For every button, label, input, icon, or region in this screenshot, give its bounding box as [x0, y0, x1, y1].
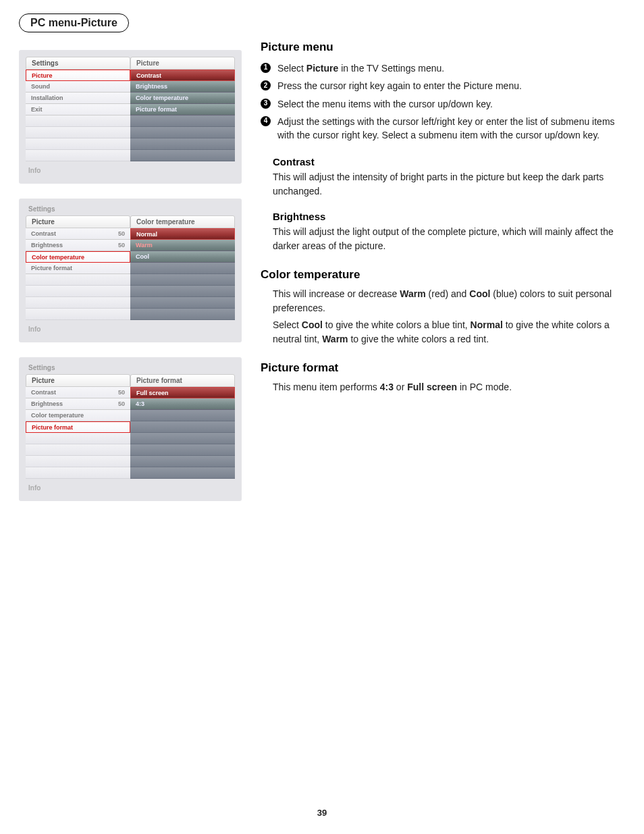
osd-empty-row: [26, 309, 130, 320]
osd-empty-row: [26, 115, 130, 127]
heading-color-temperature: Color temperature: [261, 268, 625, 282]
osd-empty-row: [130, 286, 235, 297]
osd-menu-item[interactable]: Sound: [26, 81, 130, 93]
heading-picture-format: Picture format: [261, 361, 625, 375]
osd-menu-item[interactable]: Brightness50: [26, 398, 130, 410]
osd-info-label: Info: [28, 484, 235, 492]
osd-submenu-item[interactable]: Full screen: [130, 387, 235, 398]
osd-screenshot-3: SettingsPictureContrast50Brightness50Col…: [19, 357, 242, 501]
osd-empty-row: [130, 467, 235, 479]
text-color-temp-1: This will increase or decrease Warm (red…: [273, 287, 625, 315]
osd-submenu-item[interactable]: Warm: [130, 240, 235, 251]
heading-brightness: Brightness: [273, 211, 625, 222]
osd-empty-row: [130, 309, 235, 320]
osd-right-header: Picture: [130, 57, 235, 70]
section-title-box: PC menu-Picture: [19, 14, 129, 32]
osd-empty-row: [130, 274, 235, 286]
osd-info-label: Info: [28, 325, 235, 333]
osd-screenshot-1: SettingsPictureSoundInstallationExitPict…: [19, 50, 242, 184]
step-item: 4Adjust the settings with the cursor lef…: [261, 113, 625, 145]
osd-empty-row: [130, 456, 235, 467]
osd-left-header: Settings: [26, 57, 130, 70]
osd-menu-item[interactable]: Picture format: [26, 263, 130, 274]
osd-empty-row: [26, 138, 130, 150]
osd-empty-row: [26, 297, 130, 309]
osd-empty-row: [26, 127, 130, 138]
osd-empty-row: [26, 433, 130, 444]
step-number-icon: 4: [261, 116, 271, 126]
osd-empty-row: [130, 421, 235, 433]
osd-top-label: Settings: [28, 205, 235, 213]
osd-right-header: Picture format: [130, 374, 235, 387]
osd-empty-row: [130, 263, 235, 274]
text-color-temp-2: Select Cool to give the white colors a b…: [273, 318, 625, 346]
osd-empty-row: [26, 444, 130, 456]
text-brightness: This will adjust the light output of the…: [273, 225, 625, 253]
right-column: Picture menu 1Select Picture in the TV S…: [261, 14, 625, 516]
osd-right-header: Color temperature: [130, 215, 235, 228]
left-column: PC menu-Picture SettingsPictureSoundInst…: [19, 14, 242, 516]
osd-empty-row: [130, 127, 235, 138]
osd-submenu-item[interactable]: Brightness: [130, 81, 235, 93]
osd-menu-item[interactable]: Exit: [26, 104, 130, 115]
osd-menu-item[interactable]: Installation: [26, 93, 130, 104]
osd-submenu-item[interactable]: Color temperature: [130, 93, 235, 104]
osd-submenu-item[interactable]: Normal: [130, 228, 235, 240]
step-number-icon: 2: [261, 80, 271, 90]
osd-empty-row: [130, 138, 235, 150]
osd-info-label: Info: [28, 167, 235, 174]
osd-empty-row: [130, 150, 235, 161]
step-item: 1Select Picture in the TV Settings menu.: [261, 59, 625, 77]
text-picture-format: This menu item performs 4:3 or Full scre…: [273, 380, 625, 394]
osd-empty-row: [130, 433, 235, 444]
osd-menu-item[interactable]: Color temperature: [26, 410, 130, 421]
heading-contrast: Contrast: [273, 156, 625, 167]
osd-screenshot-2: SettingsPictureContrast50Brightness50Col…: [19, 199, 242, 342]
step-item: 3Select the menu items with the cursor u…: [261, 95, 625, 113]
osd-empty-row: [26, 286, 130, 297]
osd-top-label: Settings: [28, 364, 235, 371]
picture-menu-steps: 1Select Picture in the TV Settings menu.…: [261, 59, 625, 144]
osd-empty-row: [130, 410, 235, 421]
osd-empty-row: [26, 456, 130, 467]
osd-empty-row: [26, 467, 130, 479]
osd-menu-item[interactable]: Brightness50: [26, 240, 130, 251]
osd-menu-item[interactable]: Contrast50: [26, 228, 130, 240]
osd-empty-row: [26, 150, 130, 161]
text-contrast: This will adjust the intensity of bright…: [273, 170, 625, 199]
heading-picture-menu: Picture menu: [261, 41, 625, 54]
osd-submenu-item[interactable]: Cool: [130, 251, 235, 263]
osd-menu-item[interactable]: Color temperature: [26, 251, 130, 263]
osd-empty-row: [26, 274, 130, 286]
osd-empty-row: [130, 444, 235, 456]
osd-menu-item[interactable]: Contrast50: [26, 387, 130, 398]
osd-empty-row: [130, 297, 235, 309]
osd-submenu-item[interactable]: Picture format: [130, 104, 235, 115]
step-item: 2Press the cursor right key again to ent…: [261, 77, 625, 95]
osd-left-header: Picture: [26, 374, 130, 387]
osd-submenu-item[interactable]: 4:3: [130, 398, 235, 410]
page-number: 39: [0, 808, 644, 818]
osd-menu-item[interactable]: Picture format: [26, 421, 130, 433]
osd-menu-item[interactable]: Picture: [26, 70, 130, 81]
osd-empty-row: [130, 115, 235, 127]
step-number-icon: 1: [261, 63, 271, 73]
osd-submenu-item[interactable]: Contrast: [130, 70, 235, 81]
step-number-icon: 3: [261, 99, 271, 109]
osd-left-header: Picture: [26, 215, 130, 228]
